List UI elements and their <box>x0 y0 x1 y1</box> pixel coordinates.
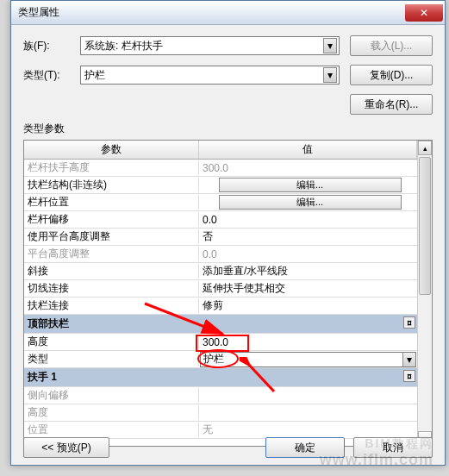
value-text: 护栏 <box>203 352 224 366</box>
chevron-down-icon: ▾ <box>402 353 415 366</box>
section-header-top: 顶部扶栏 ¤ <box>24 315 417 334</box>
table-row[interactable]: 扶栏连接 修剪 <box>24 298 417 315</box>
section-header-handrail: 扶手 1 ¤ <box>24 368 417 387</box>
duplicate-button[interactable]: 复制(D)... <box>350 65 433 85</box>
table-row[interactable]: 栏杆扶手高度 300.0 <box>24 160 417 177</box>
content-area: 族(F): 系统族: 栏杆扶手 ▾ 载入(L)... 类型(T): 护栏 ▾ 复… <box>11 25 445 454</box>
table-row[interactable]: 位置 无 <box>24 422 417 439</box>
close-icon: ✕ <box>420 7 428 19</box>
param-cell: 类型 <box>24 352 199 366</box>
value-cell: 300.0 <box>199 336 417 348</box>
collapse-icon[interactable]: ¤ <box>403 370 415 382</box>
rename-row: 重命名(R)... <box>23 94 433 115</box>
family-dropdown[interactable]: 系统族: 栏杆扶手 ▾ <box>80 36 340 55</box>
param-cell: 栏杆位置 <box>24 195 199 210</box>
family-label: 族(F): <box>23 39 80 53</box>
type-value-dropdown[interactable]: 护栏 ▾ <box>200 352 416 367</box>
close-button[interactable]: ✕ <box>405 4 443 22</box>
value-cell: 编辑... <box>199 195 417 210</box>
table-row[interactable]: 类型 护栏 ▾ <box>24 351 417 368</box>
watermark-brand: BIM教程网 <box>365 436 433 452</box>
rename-button[interactable]: 重命名(R)... <box>350 94 433 115</box>
type-value: 护栏 <box>84 68 105 83</box>
table-body: 栏杆扶手高度 300.0 扶栏结构(非连续) 编辑... 栏杆位置 编辑... … <box>24 160 417 439</box>
scroll-up-icon[interactable]: ▴ <box>418 141 432 155</box>
type-row: 类型(T): 护栏 ▾ 复制(D)... <box>23 65 433 85</box>
table-row[interactable]: 平台高度调整 0.0 <box>24 246 417 263</box>
watermark-url: www.iflm.com <box>320 451 433 469</box>
value-cell: 护栏 ▾ <box>199 351 417 368</box>
load-button[interactable]: 载入(L)... <box>350 35 433 56</box>
titlebar: 类型属性 ✕ <box>11 1 445 25</box>
table-main: 参数 值 栏杆扶手高度 300.0 扶栏结构(非连续) 编辑... 栏杆位置 编… <box>24 141 417 446</box>
vertical-scrollbar[interactable]: ▴ ▾ <box>417 141 432 446</box>
value-cell: 300.0 <box>199 162 417 174</box>
table-row[interactable]: 栏杆偏移 0.0 <box>24 211 417 229</box>
family-row: 族(F): 系统族: 栏杆扶手 ▾ 载入(L)... <box>23 35 433 56</box>
chevron-down-icon: ▾ <box>323 38 337 53</box>
value-cell: 编辑... <box>199 178 417 192</box>
param-cell: 平台高度调整 <box>24 247 199 261</box>
param-cell: 扶栏结构(非连续) <box>24 178 199 192</box>
scroll-track[interactable] <box>418 155 432 431</box>
value-cell: 无 <box>199 423 417 437</box>
param-cell: 高度 <box>24 405 199 420</box>
table-row[interactable]: 使用平台高度调整 否 <box>24 229 417 246</box>
value-cell: 修剪 <box>199 298 417 313</box>
type-properties-window: 类型属性 ✕ 族(F): 系统族: 栏杆扶手 ▾ 载入(L)... 类型(T):… <box>10 0 446 466</box>
preview-button[interactable]: << 预览(P) <box>23 437 109 458</box>
type-params-label: 类型参数 <box>23 122 433 136</box>
value-text: 300.0 <box>203 336 228 348</box>
table-row[interactable]: 斜接 添加垂直/水平线段 <box>24 263 417 280</box>
chevron-down-icon: ▾ <box>323 67 337 83</box>
collapse-icon[interactable]: ¤ <box>403 316 415 329</box>
value-cell: 否 <box>199 229 417 244</box>
param-cell: 栏杆偏移 <box>24 212 199 227</box>
edit-button[interactable]: 编辑... <box>219 178 402 192</box>
window-title: 类型属性 <box>18 5 59 20</box>
params-table: 参数 值 栏杆扶手高度 300.0 扶栏结构(非连续) 编辑... 栏杆位置 编… <box>23 140 433 447</box>
type-dropdown[interactable]: 护栏 ▾ <box>80 66 340 85</box>
table-header: 参数 值 <box>24 141 417 160</box>
param-cell: 栏杆扶手高度 <box>24 160 199 175</box>
param-cell: 高度 <box>24 335 199 349</box>
param-cell: 侧向偏移 <box>24 388 199 403</box>
param-cell: 切线连接 <box>24 281 199 296</box>
type-label: 类型(T): <box>23 68 80 83</box>
edit-button[interactable]: 编辑... <box>219 195 402 210</box>
section-label: 顶部扶栏 <box>24 316 199 331</box>
header-param: 参数 <box>24 141 199 159</box>
param-cell: 使用平台高度调整 <box>24 229 199 244</box>
table-row[interactable]: 侧向偏移 <box>24 387 417 404</box>
table-row[interactable]: 高度 300.0 <box>24 334 417 351</box>
value-cell: 延伸扶手使其相交 <box>199 281 417 296</box>
family-value: 系统族: 栏杆扶手 <box>84 39 163 53</box>
param-cell: 扶栏连接 <box>24 298 199 313</box>
table-row[interactable]: 切线连接 延伸扶手使其相交 <box>24 280 417 298</box>
header-value: 值 <box>199 141 417 159</box>
param-cell: 斜接 <box>24 264 199 279</box>
section-label: 扶手 1 <box>24 370 199 385</box>
value-cell: 添加垂直/水平线段 <box>199 264 417 279</box>
scroll-thumb[interactable] <box>419 157 431 295</box>
value-cell: 0.0 <box>199 248 417 260</box>
table-row[interactable]: 扶栏结构(非连续) 编辑... <box>24 177 417 194</box>
param-cell: 位置 <box>24 423 199 437</box>
table-row[interactable]: 栏杆位置 编辑... <box>24 194 417 211</box>
table-row[interactable]: 高度 <box>24 404 417 422</box>
value-cell: 0.0 <box>199 214 417 226</box>
